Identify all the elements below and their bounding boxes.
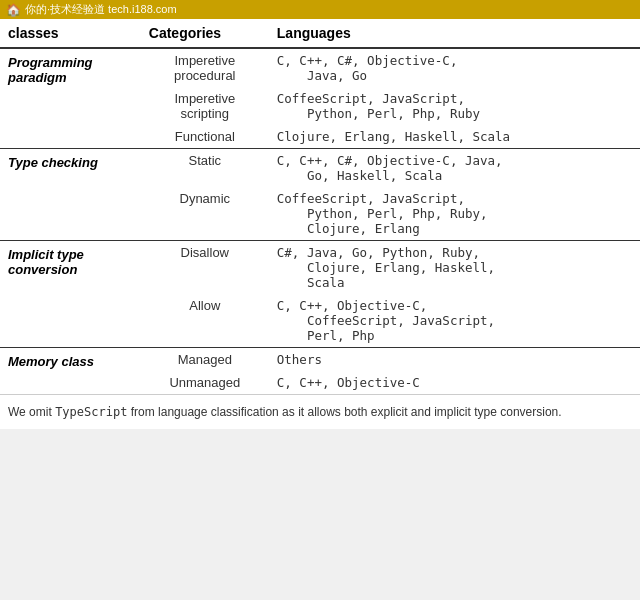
languages-functional: Clojure, Erlang, Haskell, Scala [269, 125, 640, 149]
table-header-row: classes Categories Languages [0, 19, 640, 48]
languages-dynamic: CoffeeScript, JavaScript, Python, Perl, … [269, 187, 640, 241]
languages-allow: C, C++, Objective-C, CoffeeScript, JavaS… [269, 294, 640, 348]
category-managed: Managed [141, 348, 269, 371]
category-functional: Functional [141, 125, 269, 149]
languages-unmanaged: C, C++, Objective-C [269, 371, 640, 395]
languages-imperetive-procedural: C, C++, C#, Objective-C, Java, Go [269, 48, 640, 87]
col-header-classes: classes [0, 19, 141, 48]
languages-disallow: C#, Java, Go, Python, Ruby, Clojure, Erl… [269, 241, 640, 294]
category-imperetive-scripting: Imperetivescripting [141, 87, 269, 125]
main-table-container: classes Categories Languages Programming… [0, 19, 640, 429]
category-dynamic: Dynamic [141, 187, 269, 241]
languages-imperetive-scripting: CoffeeScript, JavaScript, Python, Perl, … [269, 87, 640, 125]
watermark-bar: 🏠 你的·技术经验道 tech.i188.com [0, 0, 640, 19]
table-row: Memory class Managed Others [0, 348, 640, 371]
comparison-table: classes Categories Languages Programming… [0, 19, 640, 429]
col-header-categories: Categories [141, 19, 269, 48]
languages-managed: Others [269, 348, 640, 371]
section-label-type-checking: Type checking [0, 149, 141, 241]
col-header-languages: Languages [269, 19, 640, 48]
category-allow: Allow [141, 294, 269, 348]
watermark-text: 你的·技术经验道 tech.i188.com [25, 2, 177, 17]
category-disallow: Disallow [141, 241, 269, 294]
section-label-programming: Programming paradigm [0, 48, 141, 149]
section-label-implicit-type: Implicit type conversion [0, 241, 141, 348]
footer-note: We omit TypeScript from language classif… [0, 395, 640, 430]
table-row: Programming paradigm Imperetiveprocedura… [0, 48, 640, 87]
table-row: Implicit type conversion Disallow C#, Ja… [0, 241, 640, 294]
section-label-memory: Memory class [0, 348, 141, 395]
languages-static: C, C++, C#, Objective-C, Java, Go, Haske… [269, 149, 640, 187]
watermark-icon: 🏠 [6, 3, 21, 17]
footer-row: We omit TypeScript from language classif… [0, 395, 640, 430]
category-static: Static [141, 149, 269, 187]
category-unmanaged: Unmanaged [141, 371, 269, 395]
category-imperetive-procedural: Imperetiveprocedural [141, 48, 269, 87]
table-row: Type checking Static C, C++, C#, Objecti… [0, 149, 640, 187]
